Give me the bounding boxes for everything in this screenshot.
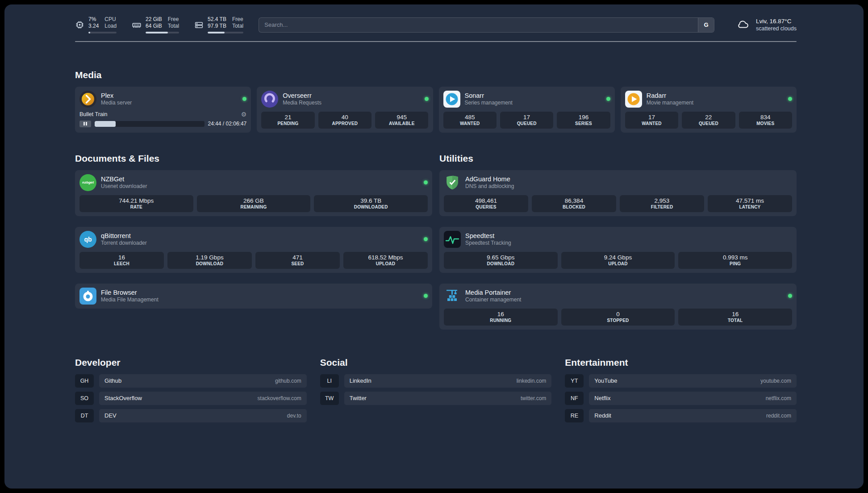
bookmark-netflix[interactable]: NF Netflix netflix.com [565, 392, 797, 405]
service-subtitle: Container management [465, 297, 521, 303]
bookmark-name: StackOverflow [104, 395, 142, 401]
bookmark-url: stackoverflow.com [258, 395, 301, 401]
cpu-label-top: CPU [104, 16, 117, 23]
bookmark-name: DEV [104, 412, 117, 419]
stat-tile: 0 STOPPED [561, 309, 675, 326]
speedtest-icon [444, 231, 461, 248]
weather-location: Lviv, 16.87°C [756, 18, 797, 25]
portainer-icon [444, 288, 461, 305]
cpu-progress-bar [88, 32, 117, 33]
stat-tile: 498,461 QUERIES [444, 195, 528, 212]
overseerr-icon [261, 91, 278, 108]
nzbget-icon: nzbget [79, 174, 96, 191]
pause-button[interactable] [79, 121, 91, 127]
section-heading-documents: Documents & Files [75, 153, 432, 164]
disk-progress-bar [208, 32, 243, 33]
service-title: Radarr [647, 92, 693, 99]
bookmark-reddit[interactable]: RE Reddit reddit.com [565, 409, 797, 422]
service-card-radarr[interactable]: Radarr Movie management 17 WANTED 22 QUE… [621, 87, 797, 133]
bookmark-stackoverflow[interactable]: SO StackOverflow stackoverflow.com [75, 392, 307, 405]
search-provider-button[interactable]: G [698, 18, 714, 32]
bookmark-linkedin[interactable]: LI LinkedIn linkedin.com [320, 374, 552, 388]
stat-tile: 485 WANTED [443, 112, 497, 129]
dashboard-panel: 7% 3.24 CPU Load [4, 4, 864, 489]
service-card-portainer[interactable]: Media Portainer Container management 16 … [439, 284, 797, 330]
status-dot [606, 97, 610, 101]
bookmark-github[interactable]: GH Github github.com [75, 374, 307, 388]
service-card-speedtest[interactable]: Speedtest Speedtest Tracking 9.65 Gbps D… [439, 227, 797, 273]
service-card-adguard[interactable]: AdGuard Home DNS and adblocking 498,461 … [439, 170, 797, 216]
bookmark-youtube[interactable]: YT YouTube youtube.com [565, 374, 797, 388]
stat-tile: 1.19 Gbps DOWNLOAD [167, 252, 252, 269]
stat-tile: 40 APPROVED [318, 112, 371, 129]
memory-total: 64 GiB [146, 23, 162, 29]
status-dot [424, 180, 428, 184]
stat-tile: 196 SERIES [557, 112, 610, 129]
qbittorrent-icon: qb [79, 231, 96, 248]
service-card-filebrowser[interactable]: File Browser Media File Management [75, 284, 432, 309]
bookmark-url: reddit.com [766, 413, 791, 419]
service-subtitle: Speedtest Tracking [465, 240, 511, 246]
memory-label-bottom: Total [168, 23, 179, 29]
section-heading-entertainment: Entertainment [565, 357, 797, 368]
disk-icon [194, 20, 204, 29]
bookmark-abbr: NF [565, 392, 584, 405]
stat-tile: 17 QUEUED [500, 112, 553, 129]
bookmark-url: dev.to [287, 413, 301, 419]
cpu-load: 3.24 [88, 23, 99, 29]
stat-tile: 86,384 BLOCKED [532, 195, 616, 212]
service-title: Overseerr [283, 92, 321, 99]
stat-tile: 39.6 TB DOWNLOADED [314, 195, 428, 212]
cpu-chip-icon [75, 20, 84, 29]
stat-tile: 834 MOVIES [739, 112, 792, 129]
service-title: Sonarr [465, 92, 513, 99]
search-input[interactable] [259, 18, 698, 32]
topbar: 7% 3.24 CPU Load [75, 16, 797, 33]
radarr-icon [625, 91, 642, 108]
service-subtitle: Series management [465, 100, 513, 106]
playback-time: 24:44 / 02:06:47 [208, 121, 247, 127]
service-subtitle: Usenet downloader [101, 183, 147, 189]
disk-label-bottom: Total [232, 23, 243, 29]
bookmark-dev[interactable]: DT DEV dev.to [75, 409, 307, 422]
disk-free: 52.4 TB [208, 16, 226, 23]
adguard-icon [444, 174, 461, 191]
bookmark-group-social: Social LI LinkedIn linkedin.com TW Twitt… [320, 357, 552, 422]
gear-icon[interactable]: ⚙ [241, 111, 247, 117]
stat-tile: 2,953 FILTERED [620, 195, 704, 212]
bookmark-twitter[interactable]: TW Twitter twitter.com [320, 392, 552, 405]
stat-tile: 9.24 Gbps UPLOAD [561, 252, 675, 269]
stat-tile: 9.65 Gbps DOWNLOAD [444, 252, 558, 269]
service-subtitle: DNS and adblocking [465, 183, 514, 189]
stat-tile: 744.21 Mbps RATE [79, 195, 193, 212]
cpu-percent: 7% [88, 16, 99, 23]
filebrowser-icon [79, 288, 96, 305]
section-heading-social: Social [320, 357, 552, 368]
stat-tile: 17 WANTED [625, 112, 678, 129]
service-card-nzbget[interactable]: nzbget NZBGet Usenet downloader 744.21 M… [75, 170, 432, 216]
bookmark-abbr: GH [75, 374, 94, 388]
section-heading-utilities: Utilities [439, 153, 797, 164]
stat-tile: 16 LEECH [79, 252, 164, 269]
service-card-overseerr[interactable]: Overseerr Media Requests 21 PENDING 40 A… [257, 87, 433, 133]
cpu-label-bottom: Load [104, 23, 117, 29]
service-card-sonarr[interactable]: Sonarr Series management 485 WANTED 17 Q… [439, 87, 615, 133]
weather-condition: scattered clouds [756, 25, 797, 32]
cpu-widget: 7% 3.24 CPU Load [75, 16, 117, 33]
service-card-plex[interactable]: Plex Media server Bullet Train ⚙ 24:44 /… [75, 87, 251, 133]
service-title: NZBGet [101, 175, 147, 183]
weather-cloud-icon [735, 18, 751, 32]
bookmark-name: Github [104, 377, 121, 384]
stat-tile: 266 GB REMAINING [197, 195, 311, 212]
bookmark-url: netflix.com [766, 395, 791, 401]
playback-progress-bar[interactable] [95, 121, 204, 127]
bookmark-name: Netflix [594, 395, 610, 401]
service-title: Speedtest [465, 232, 511, 239]
memory-label-top: Free [168, 16, 179, 23]
service-card-qbittorrent[interactable]: qb qBittorrent Torrent downloader 16 LEE… [75, 227, 432, 273]
memory-icon [132, 20, 142, 30]
sonarr-icon [443, 91, 460, 108]
stat-tile: 618.52 Mbps UPLOAD [343, 252, 428, 269]
section-heading-media: Media [75, 70, 797, 80]
memory-progress-bar [146, 32, 179, 33]
